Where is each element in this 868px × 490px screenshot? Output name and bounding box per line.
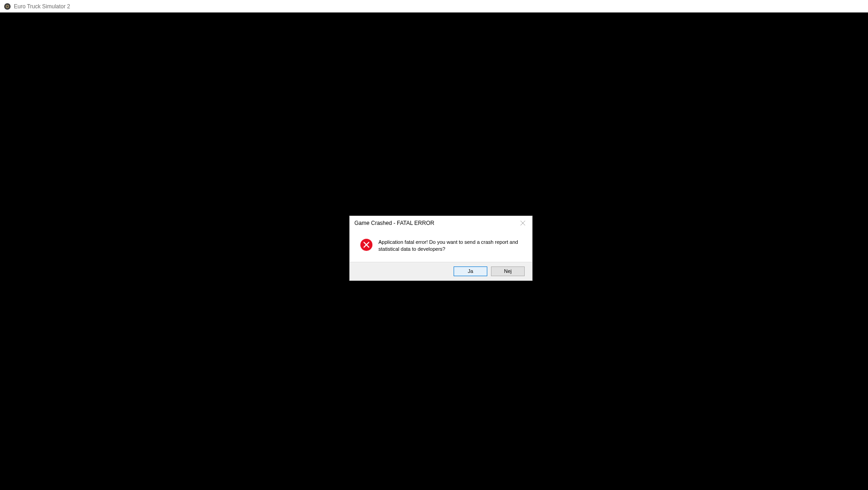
error-icon	[360, 238, 373, 251]
app-icon	[4, 3, 11, 10]
dialog-close-button[interactable]	[514, 216, 532, 230]
main-content-area: Game Crashed - FATAL ERROR Applica	[0, 12, 868, 490]
window-title: Euro Truck Simulator 2	[14, 3, 70, 10]
yes-button[interactable]: Ja	[454, 266, 487, 276]
window-title-bar: Euro Truck Simulator 2	[0, 0, 868, 12]
no-button[interactable]: Nej	[491, 266, 525, 276]
dialog-footer: Ja Nej	[350, 262, 532, 280]
dialog-body: Application fatal error! Do you want to …	[350, 230, 532, 262]
dialog-message: Application fatal error! Do you want to …	[378, 238, 525, 253]
close-icon	[521, 219, 525, 227]
svg-point-2	[7, 6, 8, 7]
dialog-titlebar: Game Crashed - FATAL ERROR	[350, 216, 532, 230]
crash-dialog: Game Crashed - FATAL ERROR Applica	[349, 216, 533, 281]
dialog-title: Game Crashed - FATAL ERROR	[354, 220, 434, 226]
